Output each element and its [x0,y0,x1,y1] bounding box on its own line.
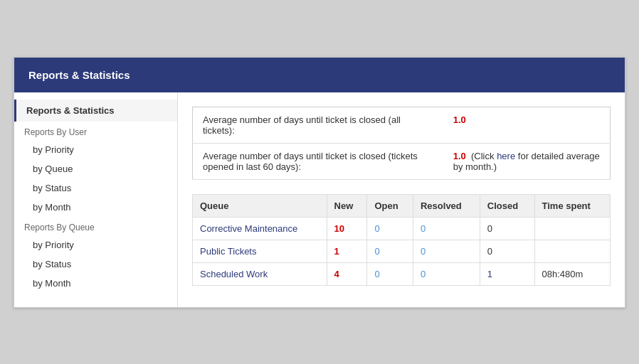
col-resolved: Resolved [413,194,480,217]
col-closed: Closed [480,194,534,217]
col-new: New [327,194,367,217]
time-spent-cell [534,217,611,240]
resolved-cell: 0 [413,217,480,240]
open-cell: 0 [367,240,413,262]
col-queue: Queue [193,194,327,217]
closed-cell: 1 [480,262,534,285]
sidebar-section-reports-user: Reports By User [14,122,177,140]
closed-cell: 0 [480,240,534,262]
sidebar-item-queue-status[interactable]: by Status [14,255,177,274]
resolved-cell: 0 [413,262,480,285]
resolved-cell: 0 [413,240,480,262]
avg-info-table: Average number of days until ticket is c… [192,107,611,180]
table-row: Corrective Maintenance 10 0 0 0 [193,217,611,240]
sidebar-item-user-status[interactable]: by Status [14,178,177,198]
table-row: Public Tickets 1 0 0 0 [193,240,611,262]
header-title: Reports & Statistics [28,69,130,81]
avg-60-label: Average number of days until ticket is c… [193,143,443,179]
col-time-spent: Time spent [534,194,611,217]
queue-name-cell[interactable]: Corrective Maintenance [193,217,327,240]
avg-60-value: 1.0 (Click here for detailed average by … [443,143,611,179]
sidebar-item-user-queue[interactable]: by Queue [14,159,177,178]
avg-60-row: Average number of days until ticket is c… [193,143,611,179]
table-row: Scheduled Work 4 0 0 1 08h:480m [193,262,611,285]
sidebar-item-queue-month[interactable]: by Month [14,274,177,293]
sidebar-item-queue-priority[interactable]: by Priority [14,235,177,255]
closed-cell: 0 [480,217,534,240]
time-spent-cell: 08h:480m [534,262,611,285]
queue-stats-table: Queue New Open Resolved Closed Time spen… [192,194,611,286]
avg-60-click-text: (Click here for detailed average by mont… [453,151,600,172]
avg-all-label: Average number of days until ticket is c… [193,107,443,143]
queue-name-cell[interactable]: Public Tickets [193,240,327,262]
table-header-row: Queue New Open Resolved Closed Time spen… [193,194,611,217]
sidebar-item-user-priority[interactable]: by Priority [14,140,177,159]
avg-all-row: Average number of days until ticket is c… [193,107,611,143]
new-cell: 1 [327,240,367,262]
sidebar-item-user-month[interactable]: by Month [14,198,177,217]
queue-name-cell[interactable]: Scheduled Work [193,262,327,285]
page-header: Reports & Statistics [14,58,625,92]
open-cell: 0 [367,262,413,285]
open-cell: 0 [367,217,413,240]
avg-all-value: 1.0 [443,107,611,143]
new-cell: 10 [327,217,367,240]
avg-60-here-link[interactable]: here [497,151,515,161]
col-open: Open [367,194,413,217]
main-content: Average number of days until ticket is c… [178,92,625,307]
sidebar-item-reports-statistics[interactable]: Reports & Statistics [14,100,177,122]
sidebar: Reports & Statistics Reports By User by … [14,92,178,307]
sidebar-section-reports-queue: Reports By Queue [14,217,177,235]
time-spent-cell [534,240,611,262]
new-cell: 4 [327,262,367,285]
